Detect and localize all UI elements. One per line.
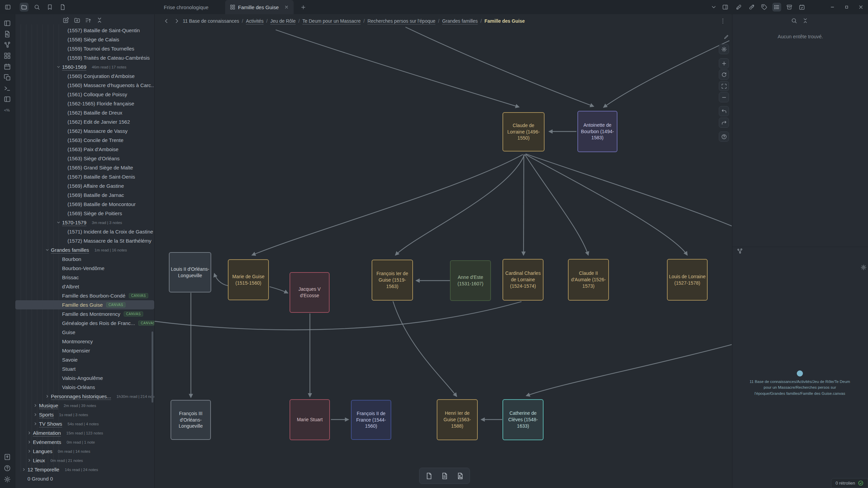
- chevron-right-icon[interactable]: [27, 449, 32, 454]
- chevron-right-icon[interactable]: [33, 412, 38, 417]
- tree-item[interactable]: Langues0m read | 14 notes: [15, 447, 154, 456]
- tree-item[interactable]: 12 Temporelle14s read | 24 notes: [15, 465, 154, 474]
- tree-item[interactable]: Valois-Angoulême: [15, 373, 154, 383]
- new-tab-button[interactable]: [296, 0, 309, 14]
- zoom-in-icon[interactable]: [719, 58, 729, 68]
- tree-item[interactable]: (1560) Massacre d'huguenots à Carc...: [15, 81, 154, 90]
- canvas-edit-icon[interactable]: [724, 35, 729, 39]
- new-note-icon[interactable]: [63, 17, 69, 23]
- tree-item[interactable]: Famille des Bourbon-CondéCANVAS: [15, 291, 154, 300]
- tab-inactive[interactable]: Frise chronologique: [159, 0, 225, 14]
- templater-icon[interactable]: <%: [4, 106, 11, 114]
- tree-item[interactable]: Famille des MontmorencyCANVAS: [15, 309, 154, 319]
- tree-item[interactable]: (1565) Grand Siège de Malte: [15, 163, 154, 172]
- sort-icon[interactable]: [85, 17, 92, 23]
- canvas-node[interactable]: Louis II d'Orléans-Longueville: [169, 252, 211, 292]
- zoom-out-icon[interactable]: [719, 92, 729, 102]
- panel-left-icon[interactable]: [3, 3, 12, 12]
- add-note-icon[interactable]: [439, 470, 450, 482]
- canvas-node[interactable]: Marie Stuart: [290, 399, 330, 440]
- settings-icon[interactable]: [4, 476, 11, 483]
- note-search-icon[interactable]: [4, 30, 11, 38]
- tree-item[interactable]: Savoie: [15, 355, 154, 364]
- chevron-right-icon[interactable]: [27, 440, 32, 445]
- tree-item[interactable]: Stuart: [15, 364, 154, 373]
- undo-icon[interactable]: [719, 106, 729, 116]
- canvas-help-icon[interactable]: [719, 131, 729, 142]
- file-tab-icon[interactable]: [58, 3, 67, 12]
- redo-icon[interactable]: [719, 118, 729, 128]
- tree-item[interactable]: (1560) Conjuration d'Amboise: [15, 72, 154, 81]
- tree-item[interactable]: Valois-Orléans: [15, 383, 154, 392]
- calendar-check-icon[interactable]: [797, 3, 806, 12]
- tree-item[interactable]: Bourbon-Vendôme: [15, 264, 154, 273]
- bookmarks-tab-icon[interactable]: [45, 3, 54, 12]
- tree-item[interactable]: (1562) Massacre de Vassy: [15, 126, 154, 136]
- tree-item[interactable]: (1569) Affaire de Gastine: [15, 181, 154, 190]
- tree-item[interactable]: 1570-15793m read | 3 notes: [15, 218, 154, 227]
- window-close-icon[interactable]: [854, 0, 868, 14]
- search-tab-icon[interactable]: [33, 3, 41, 12]
- tab-close-icon[interactable]: [284, 5, 289, 9]
- chevron-right-icon[interactable]: [33, 403, 38, 408]
- workspace-icon[interactable]: [4, 96, 11, 103]
- chevron-down-icon[interactable]: [56, 65, 61, 69]
- tab-active[interactable]: Famille des Guise: [225, 0, 294, 14]
- tree-item[interactable]: d'Albret: [15, 282, 154, 291]
- chevron-right-icon[interactable]: [45, 394, 50, 399]
- vault-switcher-icon[interactable]: [4, 453, 11, 461]
- canvas-node[interactable]: Anne d'Este (1531-1607): [450, 260, 491, 301]
- window-minimize-icon[interactable]: [825, 0, 840, 14]
- tree-item[interactable]: Bourbon: [15, 255, 154, 264]
- canvas-node[interactable]: François III d'Orléans-Longueville: [171, 400, 211, 440]
- tree-item[interactable]: (1562) Edit de Janvier 1562: [15, 117, 154, 126]
- tab-list-icon[interactable]: [709, 3, 718, 12]
- chevron-right-icon[interactable]: [22, 467, 26, 472]
- canvas-node[interactable]: Henri Ier de Guise (1563-1588): [437, 399, 478, 440]
- tree-item[interactable]: TV Shows54s read | 4 notes: [15, 419, 154, 428]
- outline-search-icon[interactable]: [791, 18, 797, 24]
- tree-item[interactable]: Généalogie des Rois de Franc...CANVAS: [15, 319, 154, 328]
- canvas-settings-icon[interactable]: [719, 44, 729, 54]
- files-tab-icon[interactable]: [20, 3, 28, 12]
- outgoing-links-icon[interactable]: [747, 3, 756, 12]
- help-icon[interactable]: [4, 465, 11, 472]
- canvas-node[interactable]: François II de France (1544-1560): [351, 400, 391, 440]
- tree-item[interactable]: Evénements0m read | 1 note: [15, 438, 154, 447]
- canvas-node[interactable]: François Ier de Guise (1519-1563): [372, 260, 413, 301]
- graph-settings-icon[interactable]: [861, 264, 867, 270]
- tags-icon[interactable]: [760, 3, 769, 12]
- tree-item[interactable]: (1562) Bataille de Dreux: [15, 108, 154, 117]
- zoom-reset-icon[interactable]: [719, 69, 729, 80]
- tree-item[interactable]: (1558) Siège de Calais: [15, 35, 154, 44]
- backlinks-icon[interactable]: [734, 3, 743, 12]
- daily-note-icon[interactable]: [4, 63, 11, 70]
- tree-item[interactable]: Guise: [15, 328, 154, 337]
- canvas-node[interactable]: Claude de Lorraine (1496-1550): [502, 112, 545, 151]
- status-bar[interactable]: 0 rétrolien: [831, 478, 868, 488]
- tree-item[interactable]: (1569) Siège de Poitiers: [15, 209, 154, 218]
- tree-item[interactable]: (1559) Traités de Cateau-Cambrésis: [15, 53, 154, 62]
- tree-item[interactable]: (1569) Bataille de Moncontour: [15, 200, 154, 209]
- canvas-node[interactable]: Antoinette de Bourbon (1494-1583): [577, 111, 617, 152]
- local-graph-icon[interactable]: [737, 248, 743, 254]
- tree-item[interactable]: (1561) Colloque de Poissy: [15, 90, 154, 99]
- tree-item[interactable]: (1559) Tournoi des Tournelles: [15, 44, 154, 53]
- new-folder-icon[interactable]: [74, 17, 80, 23]
- chevron-right-icon[interactable]: [27, 458, 32, 463]
- tree-item[interactable]: Montpensier: [15, 346, 154, 355]
- tree-item[interactable]: Grandes familles1m read | 16 notes: [15, 245, 154, 255]
- add-media-icon[interactable]: [454, 470, 466, 482]
- tree-item[interactable]: Brissac: [15, 273, 154, 282]
- tree-item[interactable]: Montmorency: [15, 337, 154, 346]
- canvas-node[interactable]: Claude II d'Aumale (1526-1573): [568, 259, 609, 301]
- tree-item[interactable]: Personnages historiques...1h30m read | 2…: [15, 392, 154, 401]
- tree-item[interactable]: (1563) Siège d'Orléans: [15, 154, 154, 163]
- window-maximize-icon[interactable]: [840, 0, 854, 14]
- tree-item[interactable]: (1563) Concile de Trente: [15, 136, 154, 145]
- chevron-down-icon[interactable]: [56, 220, 61, 225]
- graph-view-icon[interactable]: [4, 41, 11, 49]
- canvas-node[interactable]: Cardinal Charles de Lorraine (1524-1574): [502, 259, 544, 301]
- list-view-icon[interactable]: [772, 3, 781, 12]
- chevron-right-icon[interactable]: [33, 422, 38, 426]
